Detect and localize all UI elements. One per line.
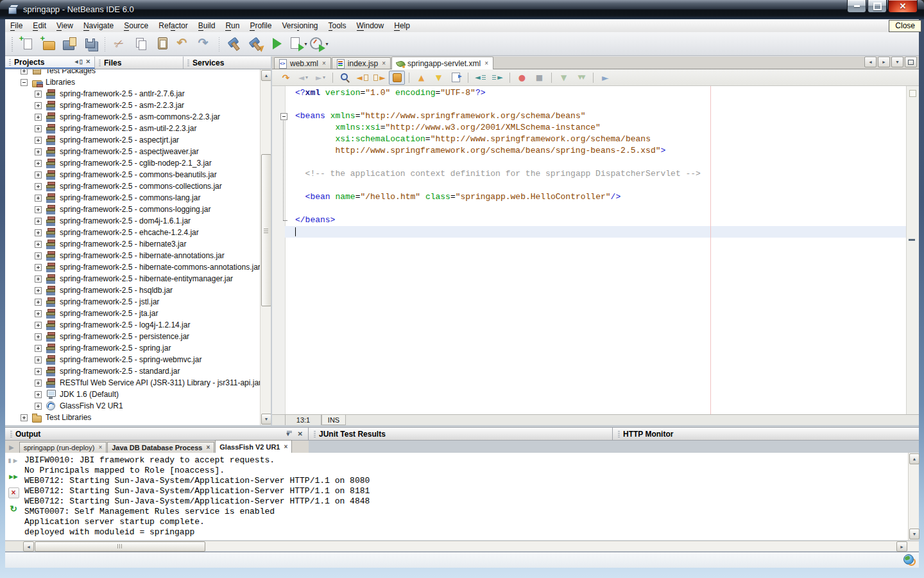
scrollbar-thumb[interactable] — [261, 154, 271, 306]
collapse-expand-disabled-button[interactable] — [556, 71, 572, 85]
stop-button[interactable] — [6, 486, 21, 499]
output-console[interactable]: JBIFW0010: JBI framework ready to accept… — [5, 453, 919, 540]
menu-run[interactable]: Run — [220, 21, 244, 30]
code-line[interactable]: <beans xmlns="http://www.springframework… — [295, 110, 906, 122]
expand-toggle[interactable] — [35, 206, 42, 213]
tree-item[interactable]: spring-framework-2.5 - jta.jar — [21, 308, 260, 319]
tree-item[interactable]: spring-framework-2.5 - persistence.jar — [21, 331, 260, 342]
tree-item[interactable]: spring-framework-2.5 - hibernate-entitym… — [21, 273, 260, 285]
tab-list-dropdown-button[interactable]: ▼ — [891, 57, 903, 67]
expand-toggle[interactable] — [35, 345, 42, 352]
expand-toggle[interactable] — [35, 322, 42, 329]
console-text[interactable]: JBIFW0010: JBI framework ready to accept… — [24, 455, 906, 540]
expand-toggle[interactable] — [35, 229, 42, 236]
menu-versioning[interactable]: Versioning — [277, 21, 323, 30]
expand-toggle[interactable] — [21, 414, 28, 421]
tree-item[interactable]: spring-framework-2.5 - aspectjweaver.jar — [21, 146, 260, 157]
shift-line-right-button[interactable] — [490, 71, 506, 85]
last-edit-location-button[interactable] — [278, 71, 294, 85]
expand-toggle[interactable] — [35, 264, 42, 271]
expand-toggle[interactable] — [35, 137, 42, 144]
expand-toggle[interactable] — [35, 391, 42, 398]
tree-item[interactable]: spring-framework-2.5 - jstl.jar — [21, 296, 260, 308]
tree-item[interactable]: spring-framework-2.5 - spring.jar — [21, 342, 260, 354]
output-window-header[interactable]: Output ✕ — [5, 427, 309, 441]
tree-item[interactable]: spring-framework-2.5 - hsqldb.jar — [21, 285, 260, 296]
expand-toggle[interactable] — [35, 368, 42, 375]
menu-edit[interactable]: Edit — [28, 21, 51, 30]
editor-tab-web-xml[interactable]: web.xml× — [274, 57, 331, 69]
menu-source[interactable]: Source — [119, 21, 153, 30]
code-line[interactable]: </beans> — [295, 215, 906, 226]
tree-item[interactable]: spring-framework-2.5 - hibernate-commons… — [21, 261, 260, 273]
expand-toggle[interactable] — [35, 380, 42, 387]
redo-button[interactable] — [194, 33, 215, 54]
scroll-down-button[interactable]: ▼ — [909, 529, 920, 539]
paste-button[interactable] — [151, 33, 173, 54]
console-horizontal-scrollbar[interactable]: ◄ ► — [5, 541, 919, 551]
tab-projects[interactable]: Projects ◄▯ ✕ — [5, 57, 95, 69]
clean-and-build-button[interactable] — [244, 33, 266, 54]
new-project-button[interactable] — [37, 33, 58, 54]
build-project-button[interactable] — [223, 33, 244, 54]
overflow-arrow-icon[interactable]: ▶ — [9, 444, 14, 451]
tree-item[interactable]: Test Packages — [21, 69, 260, 76]
scroll-up-button[interactable]: ▲ — [261, 70, 271, 81]
expand-toggle[interactable] — [35, 183, 42, 190]
expand-toggle[interactable] — [35, 310, 42, 317]
scroll-up-button[interactable]: ▲ — [909, 453, 920, 464]
close-tab-icon[interactable]: × — [98, 444, 102, 451]
scrollbar-thumb[interactable] — [35, 541, 205, 552]
code-line[interactable]: http://www.springframework.org/schema/be… — [295, 145, 906, 157]
open-project-button[interactable] — [58, 33, 80, 54]
close-tab-icon[interactable]: × — [206, 444, 210, 451]
bookmark-previous-button[interactable] — [413, 71, 429, 85]
tree-item[interactable]: JDK 1.6 (Default) — [21, 389, 260, 400]
expand-toggle[interactable] — [35, 148, 42, 155]
code-line[interactable]: <bean name="/hello.htm" class="springapp… — [295, 191, 906, 203]
maximize-editor-button[interactable] — [905, 57, 917, 67]
code-line[interactable]: <?xml version="1.0" encoding="UTF-8"?> — [295, 87, 906, 99]
collapse-expand-all-disabled-button[interactable] — [573, 71, 589, 85]
find-selection-button[interactable] — [337, 71, 353, 85]
expand-toggle[interactable] — [35, 114, 42, 121]
title-bar[interactable]: springapp - NetBeans IDE 6.0 ✕ — [0, 0, 924, 19]
expand-toggle[interactable] — [35, 287, 42, 294]
find-next-button[interactable] — [372, 71, 388, 85]
code-content[interactable]: <?xml version="1.0" encoding="UTF-8"?><b… — [285, 86, 906, 414]
expand-toggle[interactable] — [35, 356, 42, 363]
close-tab-icon[interactable]: × — [284, 444, 287, 450]
toggle-highlight-search-button[interactable] — [389, 71, 405, 85]
cut-button[interactable] — [109, 33, 130, 54]
console-vertical-scrollbar[interactable]: ▲ ▼ — [908, 453, 919, 540]
tree-item[interactable]: RESTful Web Service API (JSR-311) Librar… — [21, 377, 260, 389]
code-line[interactable] — [295, 157, 906, 168]
tree-item[interactable]: spring-framework-2.5 - commons-beanutils… — [21, 169, 260, 180]
insert-mode-indicator[interactable]: INS — [321, 415, 346, 425]
tree-item[interactable]: spring-framework-2.5 - standard.jar — [21, 365, 260, 377]
tree-item[interactable]: spring-framework-2.5 - asm-util-2.2.3.ja… — [21, 123, 260, 134]
profile-main-project-button[interactable]: ▾ — [308, 33, 329, 54]
bookmark-next-button[interactable] — [431, 71, 447, 85]
close-panel-icon[interactable]: ✕ — [85, 59, 90, 65]
dropdown-caret-icon[interactable]: ▾ — [304, 41, 307, 47]
shift-line-left-button[interactable] — [472, 71, 488, 85]
tree-item[interactable]: GlassFish V2 UR1 — [21, 400, 260, 412]
close-button[interactable]: ✕ — [888, 0, 918, 13]
menu-view[interactable]: View — [51, 21, 78, 30]
code-line[interactable]: <!-- the application context definition … — [295, 168, 906, 180]
projects-scrollbar[interactable]: ▲ ▼ — [260, 69, 271, 425]
close-tab-icon[interactable]: × — [382, 60, 386, 67]
fold-toggle-icon[interactable] — [280, 113, 287, 120]
code-line[interactable]: xsi:schemaLocation="http://www.springfra… — [295, 134, 906, 145]
jump-back-button[interactable] — [295, 71, 311, 85]
go-forward-button[interactable] — [597, 71, 613, 85]
close-output-icon[interactable]: ✕ — [298, 431, 303, 437]
code-line[interactable] — [295, 203, 906, 215]
menu-tools[interactable]: Tools — [323, 21, 352, 30]
find-previous-button[interactable] — [354, 71, 370, 85]
dock-left-icon[interactable]: ◄▯ — [74, 59, 83, 65]
refresh-button[interactable] — [6, 502, 21, 515]
scroll-tabs-left-button[interactable]: ◄ — [864, 57, 877, 67]
close-tooltip[interactable]: Close — [889, 20, 921, 32]
